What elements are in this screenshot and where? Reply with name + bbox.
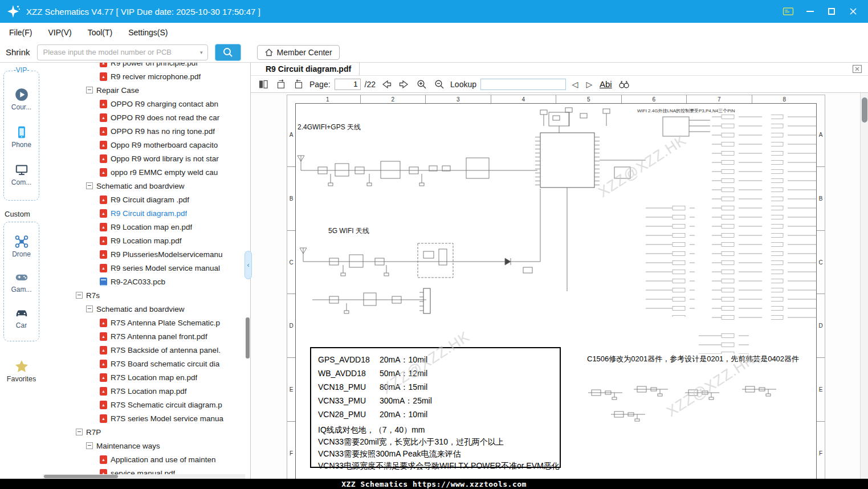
antenna-24g-label: 2.4GWIFI+GPS 天线 [298, 123, 361, 132]
tree-file-oppo-r9-word-library-is-not-star[interactable]: Oppo R9 word library is not star [43, 152, 250, 165]
custom-group: DroneGam...Car [3, 222, 39, 341]
ruler-row-label: D [817, 294, 825, 357]
pdf-file-icon [100, 209, 107, 218]
menu-item-settings-s[interactable]: Settings(S) [120, 23, 176, 42]
sidebar-item-phone[interactable]: Phone [4, 125, 39, 149]
tree-folder-r7s[interactable]: R7s [43, 288, 250, 302]
prev-page-button[interactable] [380, 78, 393, 91]
next-page-button[interactable] [397, 78, 411, 91]
sidebar-item-car[interactable]: Car [4, 305, 39, 329]
tree-file-r9-power-on-principle-pdf[interactable]: R9 power on principle.pdf [43, 63, 250, 70]
tree-file-r9-series-model-service-manual[interactable]: R9 series Model service manual [43, 261, 250, 275]
tree-file-r9-reciver-microphone-pdf[interactable]: R9 reciver microphone.pdf [43, 70, 250, 83]
tree-file-r7s-board-schematic-circuit-dia[interactable]: R7S Board schematic circuit dia [43, 357, 250, 370]
tree-file-r9-circuit-diagram-pdf[interactable]: R9 Circuit diagram.pdf [43, 206, 250, 220]
tree-file-oppo-r9-charging-contact-abn[interactable]: OPPO R9 charging contact abn [43, 97, 250, 111]
close-document-icon [852, 64, 862, 74]
pdf-file-icon [100, 168, 107, 177]
sidebar-item-gam[interactable]: Gam... [4, 270, 39, 294]
collapse-toggle-icon[interactable] [76, 429, 83, 435]
tree-item-label: R7s [86, 291, 100, 300]
tab-r9-circuit-diagram[interactable]: R9 Circuit diagram.pdf [258, 63, 360, 75]
dropdown-caret-icon[interactable] [200, 50, 203, 55]
tree-file-r7s-backside-of-antenna-panel[interactable]: R7S Backside of antenna panel. [43, 343, 250, 357]
close-button[interactable] [844, 4, 862, 19]
two-page-view-button[interactable] [256, 78, 270, 91]
tree-folder-maintenance-ways[interactable]: Maintenance ways [43, 439, 250, 453]
tree-file-r7s-location-map-en-pdf[interactable]: R7S Location map en.pdf [43, 370, 250, 384]
tree-folder-schematic-and-boardview[interactable]: Schematic and boardview [43, 302, 250, 316]
tree-file-r9-plusseriesmodelservicemanu[interactable]: R9 PlusseriesModelservicemanu [43, 247, 250, 261]
tree-file-r7s-schematic-circuit-diagram-p[interactable]: R7S Schematic circuit diagram.p [43, 398, 250, 411]
menu-item-file-f[interactable]: File(F) [1, 23, 40, 42]
tree-file-oppo-r9-has-no-ring-tone-pdf[interactable]: OPPO R9 has no ring tone.pdf [43, 124, 250, 138]
tree-file-r9-location-map-pdf[interactable]: R9 Location map.pdf [43, 234, 250, 247]
tree-folder-repair-case[interactable]: Repair Case [43, 83, 250, 97]
vip-group: -VIP- Cour...PhoneCom... [3, 71, 39, 201]
pdf-file-icon [100, 360, 107, 368]
minimize-button[interactable] [801, 4, 819, 19]
sidebar-item-label: Gam... [11, 286, 31, 294]
member-center-button[interactable]: Member Center [257, 45, 340, 60]
ruler-row-label: F [287, 421, 295, 479]
tree-file-oppo-r9-emmc-empty-weld-cau[interactable]: oppo r9 EMMC empty weld cau [43, 165, 250, 179]
tree-file-r7s-antenna-panel-front-pdf[interactable]: R7S Antenna panel front.pdf [43, 329, 250, 343]
page-total-label: /22 [365, 80, 376, 89]
collapse-toggle-icon[interactable] [76, 292, 83, 299]
collapse-toggle-icon[interactable] [86, 442, 93, 449]
tree-file-r9-circuit-diagram-pdf[interactable]: R9 Circuit diagram .pdf [43, 193, 250, 206]
tree-file-r9-2ac033-pcb[interactable]: R9-2AC033.pcb [43, 275, 250, 288]
lookup-input[interactable] [480, 79, 566, 90]
tree-file-r7s-location-map-pdf[interactable]: R7S Location map.pdf [43, 384, 250, 398]
zoom-in-button[interactable] [415, 78, 429, 91]
pdf-file-icon [100, 223, 107, 231]
search-all-button[interactable] [617, 78, 631, 91]
tree-item-label: Oppo R9 word library is not star [111, 154, 219, 163]
tree-file-application-and-use-of-mainten[interactable]: Application and use of mainten [43, 453, 250, 466]
maximize-button[interactable] [822, 4, 841, 19]
sidebar-item-drone[interactable]: Drone [4, 234, 39, 258]
match-case-button[interactable]: Abi [598, 79, 613, 89]
collapse-toggle-icon[interactable] [86, 182, 93, 189]
note-net-name: WB_AVDD18 [318, 366, 380, 380]
search-next-button[interactable]: ▷ [584, 80, 594, 89]
tree-file-oppo-r9-does-not-read-the-car[interactable]: OPPO R9 does not read the car [43, 111, 250, 124]
pdf-toolbar: Page: /22 Lookup ◁ ▷ Abi [251, 76, 868, 93]
note-net-name: GPS_AVDD18 [318, 353, 380, 366]
tree-vertical-scrollbar-thumb[interactable] [246, 317, 250, 358]
watermark-text: XZZ@XZZ.HK [595, 131, 690, 201]
tree-item-label: R7S Board schematic circuit dia [111, 360, 219, 368]
sidebar-item-favorites[interactable]: Favorites [0, 358, 43, 383]
vip-card-icon[interactable] [779, 4, 797, 19]
sidebar-item-com[interactable]: Com... [4, 162, 39, 186]
panel-collapse-handle[interactable] [244, 251, 252, 279]
menu-item-vip-v[interactable]: VIP(V) [40, 23, 79, 42]
tree-file-r9-location-map-en-pdf[interactable]: R9 Location map en.pdf [43, 220, 250, 234]
collapse-toggle-icon[interactable] [86, 87, 93, 93]
model-search-input[interactable] [37, 44, 208, 60]
pdf-viewport[interactable]: 12345678 12345678 ABCDEF ABCDEF [251, 93, 868, 479]
close-document-button[interactable] [852, 64, 862, 76]
menu-item-tool-t[interactable]: Tool(T) [80, 23, 121, 42]
rotate-left-button[interactable] [274, 78, 288, 91]
zoom-out-button[interactable] [433, 78, 446, 91]
pdf-vertical-scrollbar[interactable] [860, 93, 868, 479]
search-prev-button[interactable]: ◁ [570, 80, 580, 89]
collapse-toggle-icon[interactable] [86, 305, 93, 312]
tree-file-r7s-antenna-plate-schematic-p[interactable]: R7S Antenna Plate Schematic.p [43, 316, 250, 329]
tree-horizontal-scrollbar-thumb[interactable] [44, 475, 118, 478]
tree-folder-schematic-and-boardview[interactable]: Schematic and boardview [43, 179, 250, 193]
search-button[interactable] [215, 44, 241, 61]
rotate-right-button[interactable] [292, 78, 305, 91]
sidebar-item-cour[interactable]: Cour... [4, 87, 39, 111]
sidebar-item-label: Com... [11, 178, 31, 186]
tree-horizontal-scrollbar[interactable] [43, 474, 245, 479]
pdf-vertical-scrollbar-thumb[interactable] [862, 97, 867, 123]
shrink-button[interactable]: Shrink [6, 47, 30, 57]
sidebar-item-label: Car [16, 321, 27, 329]
tree-file-r7s-series-model-service-manua[interactable]: R7S series Model service manua [43, 411, 250, 425]
status-text: XZZ Schematics https://www.xzztools.com [341, 480, 527, 488]
tree-file-oppo-r9-motherboard-capacito[interactable]: Oppo R9 motherboard capacito [43, 138, 250, 152]
tree-folder-r7p[interactable]: R7P [43, 425, 250, 439]
page-number-input[interactable] [335, 79, 361, 90]
